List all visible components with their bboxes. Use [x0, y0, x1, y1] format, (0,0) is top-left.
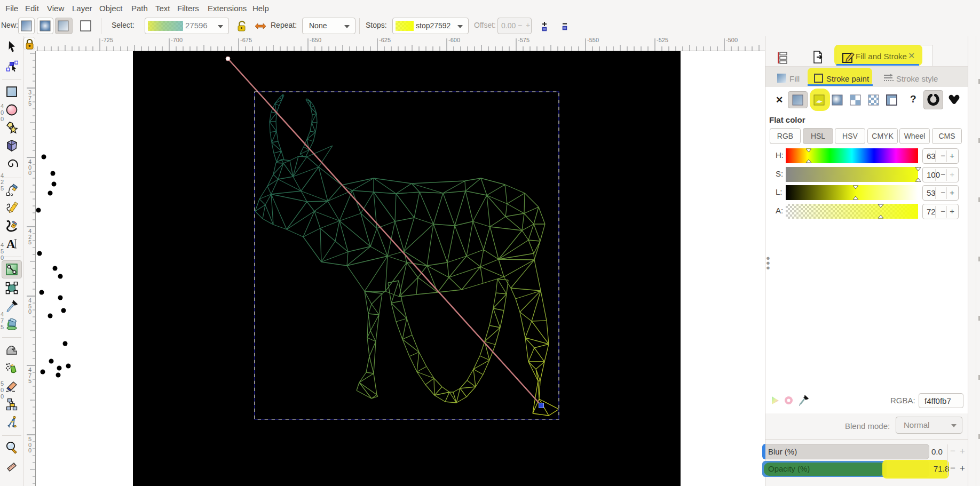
svg-text:A: A: [6, 237, 15, 250]
